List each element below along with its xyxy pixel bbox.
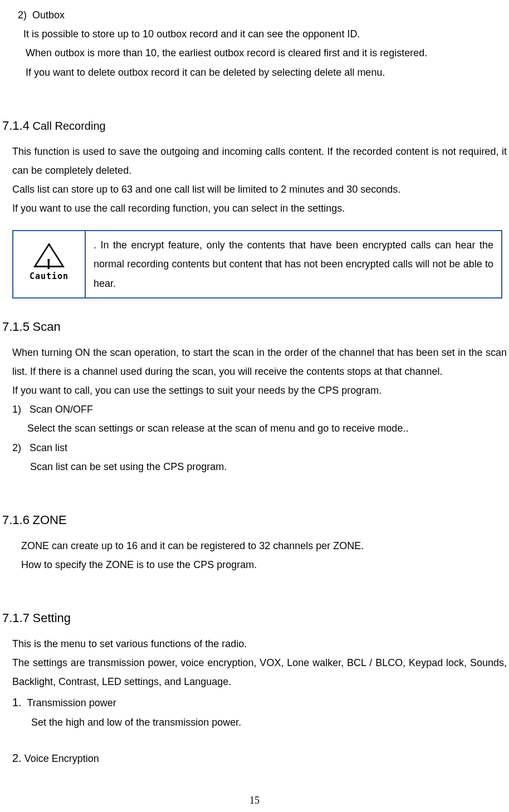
item-title: Voice Encryption bbox=[25, 753, 99, 764]
section-714-p1: This function is used to save the outgoi… bbox=[12, 142, 507, 180]
transmission-power-text: Set the high and low of the transmission… bbox=[31, 713, 507, 732]
item-number: 1. bbox=[12, 696, 22, 708]
heading-text: Call Recording bbox=[33, 120, 106, 132]
transmission-power-item: 1. Transmission power bbox=[12, 692, 507, 713]
item-number: 2) bbox=[18, 9, 27, 21]
caution-box: ! Caution . In the encrypt feature, only… bbox=[12, 230, 502, 299]
scan-list-text: Scan list can be set using the CPS progr… bbox=[30, 457, 507, 476]
heading-text: ZONE bbox=[33, 513, 67, 527]
caution-icon-cell: ! Caution bbox=[13, 231, 85, 298]
item-title: Outbox bbox=[32, 9, 65, 21]
section-716-heading: 7.1.6 ZONE bbox=[2, 508, 507, 532]
scan-onoff-text: Select the scan settings or scan release… bbox=[27, 419, 507, 438]
section-717-p1: This is the menu to set various function… bbox=[12, 634, 507, 653]
section-717-p2: The settings are transmission power, voi… bbox=[12, 653, 507, 691]
section-716-p1: ZONE can create up to 16 and it can be r… bbox=[21, 536, 507, 555]
scan-list-item: 2) Scan list bbox=[12, 438, 507, 457]
heading-number: 7.1.7 bbox=[2, 611, 30, 625]
item-title: Scan list bbox=[30, 442, 67, 453]
section-714-p2: Calls list can store up to 63 and one ca… bbox=[12, 180, 507, 199]
outbox-line2: When outbox is more than 10, the earlies… bbox=[26, 43, 507, 62]
heading-number: 7.1.5 bbox=[2, 320, 30, 334]
section-716-p2: How to specify the ZONE is to use the CP… bbox=[21, 555, 507, 574]
item-number: 2) bbox=[12, 442, 21, 453]
item-number: 1) bbox=[12, 404, 21, 415]
heading-text: Setting bbox=[33, 611, 71, 625]
outbox-item: 2) Outbox bbox=[18, 6, 507, 25]
voice-encryption-item: 2. Voice Encryption bbox=[12, 747, 507, 769]
section-715-p2: If you want to call, you can use the set… bbox=[12, 381, 507, 400]
section-715-p1: When turning ON the scan operation, to s… bbox=[12, 343, 507, 381]
caution-icon: ! Caution bbox=[30, 243, 68, 285]
section-714-p3: If you want to use the call recording fu… bbox=[12, 199, 507, 218]
caution-text: . In the encrypt feature, only the conte… bbox=[85, 231, 502, 298]
section-717-heading: 7.1.7 Setting bbox=[2, 606, 507, 630]
section-714-heading: 7.1.4 Call Recording bbox=[2, 114, 507, 138]
scan-onoff-item: 1) Scan ON/OFF bbox=[12, 400, 507, 419]
heading-text: Scan bbox=[33, 320, 61, 334]
item-title: Scan ON/OFF bbox=[30, 404, 93, 415]
page-number: 15 bbox=[2, 791, 507, 810]
item-title: Transmission power bbox=[27, 697, 116, 708]
heading-number: 7.1.6 bbox=[2, 513, 30, 527]
item-number: 2. bbox=[12, 752, 22, 764]
section-715-heading: 7.1.5 Scan bbox=[2, 315, 507, 339]
outbox-line1: It is possible to store up to 10 outbox … bbox=[23, 25, 507, 43]
outbox-line3: If you want to delete outbox record it c… bbox=[26, 63, 507, 82]
heading-number: 7.1.4 bbox=[2, 119, 30, 133]
